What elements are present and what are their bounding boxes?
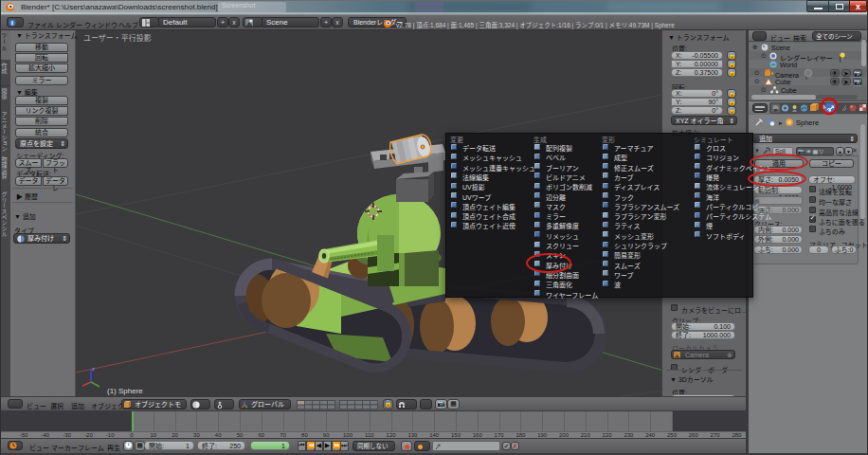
svg-text:Sphere: Sphere xyxy=(796,118,819,127)
svg-text:▸: ▸ xyxy=(779,119,783,126)
